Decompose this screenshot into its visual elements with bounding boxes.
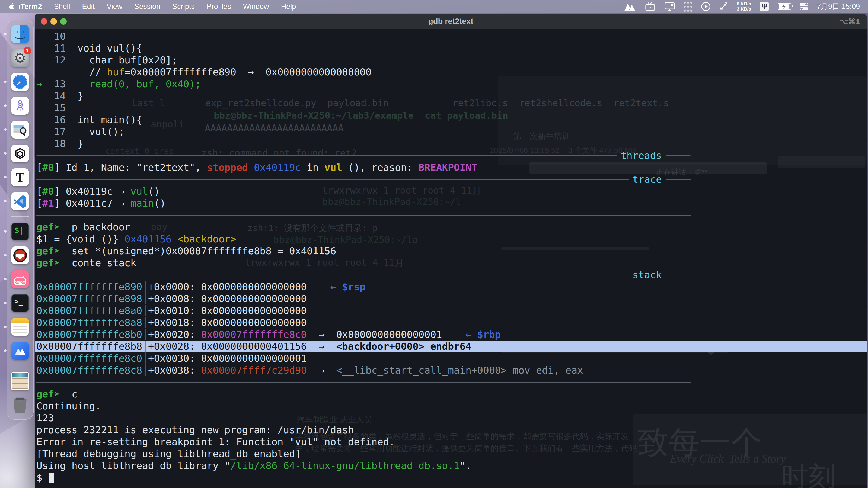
terminal-text: │ xyxy=(142,317,148,328)
menu-item-edit[interactable]: Edit xyxy=(82,2,95,11)
terminal-line: 0x00007fffffffe8c0│+0x0030: 0x0000000000… xyxy=(35,352,867,364)
dock-terminal-green[interactable]: $| xyxy=(11,223,29,240)
dock-divider xyxy=(11,216,29,217)
menubar-clock[interactable]: 7月9日 15:09 xyxy=(817,2,860,11)
menu-bar: iTerm2ShellEditViewSessionScriptsProfile… xyxy=(0,0,868,13)
input-method-icon[interactable]: Ψ xyxy=(760,2,769,11)
terminal-text: vul xyxy=(324,162,342,173)
stack-row-highlighted: 0x00007fffffffe8b8│+0x0028: 0x0000000000… xyxy=(35,340,867,352)
dock-terminal-dark[interactable]: >_ xyxy=(11,294,29,312)
terminal-line: 0x00007fffffffe8a0│+0x0010: 0x0000000000… xyxy=(35,305,867,317)
menu-item-iterm2[interactable]: iTerm2 xyxy=(19,2,42,11)
section-separator-trace: trace xyxy=(35,173,691,186)
apple-menu-icon[interactable] xyxy=(8,2,15,10)
terminal-text: ← $rbp xyxy=(442,329,501,340)
terminal-text: [ xyxy=(36,198,42,209)
menu-item-shell[interactable]: Shell xyxy=(54,2,70,11)
tv-icon[interactable] xyxy=(645,1,656,12)
terminal-text xyxy=(172,233,178,245)
terminal-text: │ xyxy=(142,305,148,316)
separator-label: threads xyxy=(621,150,662,162)
terminal-text: 0x00007fffffffe890 xyxy=(36,281,142,292)
menu-item-session[interactable]: Session xyxy=(134,2,160,11)
terminal-text: // xyxy=(36,66,107,77)
terminal-text: (), reason: xyxy=(342,162,418,173)
terminal-text: /lib/x86_64-linux-gnu/libthread_db.so.1 xyxy=(230,460,460,471)
dock-safari[interactable] xyxy=(11,73,29,91)
dock-rocket-app[interactable] xyxy=(11,97,29,115)
dock-red-goggles-app[interactable] xyxy=(11,247,29,264)
play-circle-icon[interactable] xyxy=(701,1,711,12)
dock-preview[interactable] xyxy=(11,121,29,138)
terminal-line: process 232211 is executing new program:… xyxy=(35,424,867,436)
terminal-output[interactable]: 10 11 void vul(){ 12 char buf[0x20]; // … xyxy=(35,29,867,488)
dock: ⚙1T$|bilibili>_ xyxy=(6,20,34,420)
terminal-line: gef➤ p backdoor xyxy=(35,221,867,233)
section-separator xyxy=(35,209,691,221)
dock-document-preview[interactable] xyxy=(11,372,29,390)
running-indicator xyxy=(4,176,6,178)
menu-item-help[interactable]: Help xyxy=(281,2,296,11)
dock-chatgpt[interactable] xyxy=(11,144,29,162)
terminal-text: ] 0x4011c7 → xyxy=(54,198,130,209)
terminal-text: 17 xyxy=(36,126,66,137)
terminal-line: 14 } xyxy=(35,90,867,102)
window-titlebar[interactable]: gdb ret2text ⌥⌘1 xyxy=(35,13,867,29)
terminal-text: ] Id 1, Name: "ret2text", xyxy=(54,162,207,173)
grid-menu-icon[interactable] xyxy=(684,1,692,12)
terminal-line: Continuing. xyxy=(35,400,867,412)
terminal-text: =0x00007fffffffe890 → 0x0000000000000000 xyxy=(124,66,371,77)
network-speed-indicator[interactable]: 6 KB/s 3 KB/s xyxy=(737,1,751,12)
menu-item-view[interactable]: View xyxy=(106,2,122,11)
terminal-text: ] 0x40119c → xyxy=(54,186,130,197)
dock-divider xyxy=(11,366,29,366)
terminal-text: 18 xyxy=(36,138,66,149)
battery-icon[interactable] xyxy=(778,1,791,12)
terminal-text: 0x00007fffffffe8c0 xyxy=(201,329,307,340)
running-indicator xyxy=(4,33,6,35)
terminal-line: $1 = {void ()} 0x401156 <backdoor> xyxy=(35,233,867,245)
terminal-text: Using host libthread_db library " xyxy=(36,460,230,471)
terminal-text: 0x00007fffffffe8c0 xyxy=(36,353,142,364)
dock-tencent-meeting[interactable] xyxy=(11,342,29,360)
display-icon[interactable] xyxy=(664,1,675,12)
mountain-logo-icon[interactable] xyxy=(623,1,636,12)
terminal-text: +0x0038: xyxy=(148,365,201,376)
terminal-text: [ xyxy=(36,162,42,173)
red-goggles-app-icon xyxy=(11,247,29,264)
menu-item-profiles[interactable]: Profiles xyxy=(207,2,231,11)
dock-bilibili[interactable]: bilibili xyxy=(11,270,29,288)
safari-icon xyxy=(11,73,29,91)
terminal-line: gef➤ conte stack xyxy=(35,257,867,269)
network-up: 6 KB/s xyxy=(737,1,751,6)
dock-texifier[interactable]: T xyxy=(11,168,29,186)
iterm-window: gdb ret2text ⌥⌘1 Last lexp_ret2shellcode… xyxy=(35,13,867,488)
running-indicator xyxy=(4,128,6,131)
terminal-text: char buf[0x20]; xyxy=(66,55,177,66)
dock-vscode[interactable] xyxy=(11,192,29,210)
terminal-text: 0x00007ffff7c29d90 xyxy=(201,365,307,376)
control-center-icon[interactable] xyxy=(800,1,808,12)
terminal-line: // buf=0x00007fffffffe890 → 0x0000000000… xyxy=(35,66,867,78)
terminal-line: gef➤ set *(unsigned*)0x00007fffffffe8b8 … xyxy=(35,245,867,257)
dock-finder[interactable] xyxy=(11,25,29,43)
dock-system-settings[interactable]: ⚙1 xyxy=(11,49,29,67)
terminal-text: 12 xyxy=(36,55,66,66)
terminal-line: 17 vul(); xyxy=(35,126,867,138)
terminal-text: ← $rsp xyxy=(307,281,366,292)
preview-icon xyxy=(11,121,29,138)
resize-arrows-icon[interactable] xyxy=(719,1,728,12)
running-indicator xyxy=(4,230,6,233)
terminal-text: 16 xyxy=(36,114,66,125)
section-separator xyxy=(35,376,691,388)
terminal-text: stopped xyxy=(207,162,248,173)
dock-notes[interactable] xyxy=(11,318,29,336)
running-indicator xyxy=(4,326,6,328)
menu-item-window[interactable]: Window xyxy=(243,2,269,11)
texifier-glyph: T xyxy=(16,170,24,185)
menu-item-scripts[interactable]: Scripts xyxy=(172,2,195,11)
document-preview-icon xyxy=(11,372,29,390)
dock-trash[interactable] xyxy=(11,396,29,414)
terminal-text: c xyxy=(60,389,78,400)
terminal-text: +0x0000: 0x0000000000000000 xyxy=(148,281,307,292)
